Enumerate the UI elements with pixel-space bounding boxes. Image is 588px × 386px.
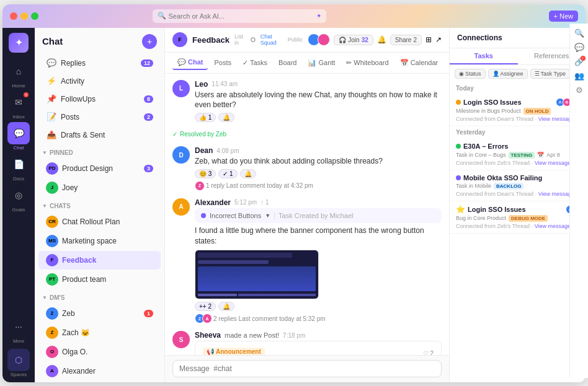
bell-icon[interactable]: 🔔 [377, 35, 386, 44]
leo-reaction-2[interactable]: 🔔 [218, 113, 234, 122]
app-container: 🔍 Search or Ask AI... ✦ + New ✦ ⌂ Home ✉… [2, 4, 586, 382]
connection-login-sso-today[interactable]: Login SSO Issues A B 🚩 Milestone in Bugs… [450, 94, 586, 126]
sidebar-item-drafts[interactable]: 📤 Drafts & Sent [38, 126, 161, 144]
dean-avatar: D [172, 146, 190, 164]
olga-label: Olga O. [62, 348, 153, 356]
sidebar-item-olga[interactable]: O Olga O. [38, 343, 161, 361]
connection-footer-4: Connected from Zeb's Thread · View messa… [456, 223, 579, 229]
view-message-2[interactable]: View message [535, 160, 571, 166]
alexander-reply-avatars: Z A [195, 314, 210, 323]
sidebar-item-home[interactable]: ⌂ Home [7, 60, 30, 89]
right-icon-bar: 🔍 💬 🔗! 👥 ⚙ [569, 28, 586, 379]
inbox-icon: ✉ 4 [7, 91, 30, 113]
connected-from-2: Connected from Zeb's Thread [456, 160, 530, 166]
resolved-text: Resolved by Zeb [180, 131, 226, 138]
home-icon: ⌂ [7, 60, 30, 82]
filter-task-type[interactable]: ☰ Task Type [530, 69, 570, 79]
connection-sub-2: Task in Core – Bugs TESTING 📅 Apr 8 [456, 152, 579, 159]
chats-header[interactable]: ▼ Chats [35, 200, 164, 212]
tab-board[interactable]: Board [274, 56, 301, 69]
sidebar-item-followups[interactable]: 📌 FollowUps 8 [38, 90, 161, 108]
filter-status[interactable]: ◉ Status [455, 69, 486, 79]
sidebar-item-docs[interactable]: 📄 Docs [7, 153, 30, 182]
inbox-label: Inbox [12, 114, 25, 120]
connection-e30a[interactable]: E30A – Errors Z Task in Core – Bugs TEST… [450, 138, 586, 170]
post-card: 📢 Announcement ♡ 2 Team Update: Exciting… [195, 341, 442, 354]
sidebar-item-alexander[interactable]: A Alexander [38, 362, 161, 380]
search-bar[interactable]: 🔍 Search or Ask AI... ✦ [153, 9, 326, 23]
sidebar-item-add-person[interactable]: + Add person [38, 381, 161, 382]
screenshot-bar-2 [198, 260, 269, 264]
list-in-label: List in [234, 33, 246, 46]
tab-gantt[interactable]: 📊 Gantt [303, 56, 340, 69]
sidebar-item-activity[interactable]: ⚡ Activity [38, 72, 161, 90]
tab-tasks[interactable]: ✓ Tasks [238, 56, 272, 69]
sidebar-item-chat[interactable]: 💬 Chat [7, 122, 30, 151]
view-message-4[interactable]: View message [535, 223, 571, 229]
share-button[interactable]: Share 2 [390, 35, 422, 45]
sidebar-item-zach[interactable]: Z Zach 🐱 [38, 323, 161, 342]
connection-mobile-okta[interactable]: Mobile Okta SSO Failing Task in Mobile B… [450, 170, 586, 201]
header-member-avatars [308, 33, 330, 46]
connection-footer-2: Connected from Zeb's Thread · View messa… [456, 160, 579, 166]
sidebar-item-spaces[interactable]: ⬡ Spaces [7, 349, 30, 377]
sidebar-item-joey[interactable]: J Joey [38, 178, 161, 197]
screenshot-footer [198, 294, 316, 296]
spaces-label: Spaces [11, 372, 27, 377]
alexander-reaction-1[interactable]: ++ 2 [195, 302, 216, 311]
minimize-button[interactable] [20, 12, 28, 20]
chats-section: ▼ Chats CR Chat Rollout Plan MS Marketin… [35, 199, 164, 291]
sidebar-item-inbox[interactable]: ✉ 4 Inbox [7, 91, 30, 120]
chat-header: F Feedback List in ⬡ Chat Squad Public 🎧… [165, 28, 449, 53]
dean-reaction-1[interactable]: 😊 3 [195, 169, 216, 178]
reply-avatar-2: A [202, 314, 212, 323]
logo-icon: ✦ [9, 33, 29, 53]
tab-posts[interactable]: Posts [209, 56, 236, 69]
connection-login-sso-yesterday[interactable]: ⭐ Login SSO Issues A B Bug in Core Produ… [450, 201, 586, 234]
comment-side-icon[interactable]: 💬 [574, 43, 584, 52]
new-button[interactable]: + New [549, 11, 579, 22]
sidebar-item-feedback[interactable]: F Feedback [38, 251, 161, 270]
search-side-icon[interactable]: 🔍 [574, 29, 584, 38]
more-label: More [13, 338, 24, 344]
tab-calendar[interactable]: 📅 Calendar [395, 56, 443, 69]
dean-reaction-3[interactable]: 🔔 [240, 169, 256, 178]
dms-header[interactable]: ▼ DM's [35, 292, 164, 304]
sidebar-item-replies[interactable]: 💬 Replies 12 [38, 55, 161, 72]
dean-reaction-2[interactable]: ✓ 1 [218, 169, 237, 178]
sidebar-item-chat-rollout[interactable]: CR Chat Rollout Plan [38, 213, 161, 231]
sidebar-item-product-team[interactable]: PT Product team [38, 270, 161, 289]
icon-bar: ✦ ⌂ Home ✉ 4 Inbox 💬 Chat 📄 Docs ◎ G [2, 28, 35, 382]
sidebar-item-product-design[interactable]: PD Product Design 3 [38, 159, 161, 178]
leo-message-header: Leo 11:43 am [195, 80, 442, 89]
dean-replies-bar[interactable]: Z 1 reply Last comment today at 4:32 pm [195, 181, 442, 191]
tab-chat[interactable]: 💬 Chat [172, 56, 208, 70]
connections-side-icon[interactable]: 🔗! [574, 57, 584, 66]
members-side-icon[interactable]: 👥 [574, 71, 584, 81]
leo-reaction-1[interactable]: 👍 1 [195, 113, 216, 122]
main-area: ✦ ⌂ Home ✉ 4 Inbox 💬 Chat 📄 Docs ◎ G [2, 28, 586, 382]
tab-doc[interactable]: 📄 Doc [444, 56, 449, 69]
close-button[interactable] [10, 12, 17, 20]
sidebar-item-more[interactable]: ··· More [7, 315, 30, 344]
connections-tab-tasks[interactable]: Tasks [450, 48, 518, 64]
chat-squad-label[interactable]: Chat Squad [261, 33, 283, 46]
sidebar-item-posts[interactable]: 📝 Posts 2 [38, 108, 161, 126]
settings-side-icon[interactable]: ⚙ [576, 86, 583, 95]
chat-input-field[interactable] [172, 360, 442, 377]
expand-icon[interactable]: ↗ [435, 35, 442, 44]
leo-text: Users are absolutely loving the new Chat… [195, 90, 442, 111]
sidebar-item-marketing[interactable]: MS Marketing space [38, 232, 161, 250]
alexander-replies-bar[interactable]: Z A 2 replies Last comment today at 5:32… [195, 314, 442, 323]
tab-whiteboard[interactable]: ✏ Whiteboard [341, 56, 393, 69]
alexander-reaction-2[interactable]: 🔔 [218, 302, 234, 311]
pinned-header[interactable]: ▼ Pinned [35, 147, 164, 159]
sidebar-item-goals[interactable]: ◎ Goals [7, 184, 30, 213]
layout-icon[interactable]: ⊞ [425, 35, 432, 44]
maximize-button[interactable] [31, 12, 38, 20]
filter-assignee[interactable]: 👤 Assignee [488, 69, 528, 79]
product-team-label: Product team [62, 275, 153, 284]
sidebar-item-zeb[interactable]: Z Zeb 1 [38, 304, 161, 323]
sidebar-add-button[interactable]: + [142, 34, 157, 49]
join-button[interactable]: 🎧 Join 32 [334, 35, 373, 45]
